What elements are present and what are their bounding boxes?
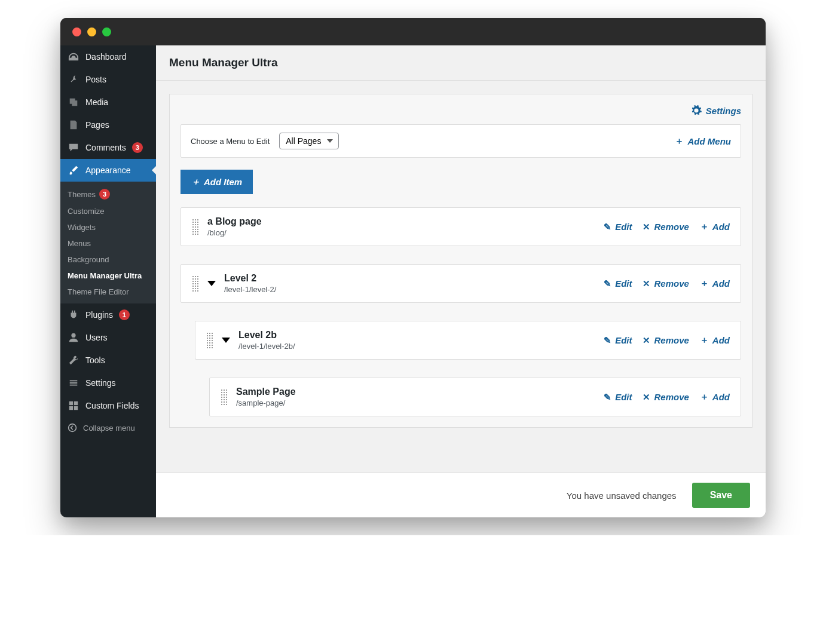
pages-icon	[68, 119, 79, 131]
add-button[interactable]: ＋Add	[700, 391, 730, 403]
wrench-icon	[68, 354, 79, 366]
action-label: Remove	[654, 392, 689, 402]
window-titlebar	[60, 18, 766, 45]
maximize-dot[interactable]	[102, 27, 111, 36]
close-dot[interactable]	[72, 27, 81, 36]
collapse-menu[interactable]: Collapse menu	[60, 417, 156, 438]
sidebar-item-settings[interactable]: Settings	[60, 372, 156, 394]
submenu-theme-file-editor[interactable]: Theme File Editor	[60, 284, 156, 300]
submenu-label: Widgets	[68, 223, 96, 232]
add-button[interactable]: ＋Add	[700, 335, 730, 346]
menu-item-title: Sample Page	[236, 387, 595, 397]
remove-button[interactable]: ✕Remove	[643, 221, 689, 232]
drag-handle-icon[interactable]	[221, 389, 228, 406]
menu-item-text: Level 2/level-1/level-2/	[224, 273, 595, 294]
remove-button[interactable]: ✕Remove	[643, 391, 689, 403]
action-label: Add	[712, 278, 730, 289]
sidebar-item-posts[interactable]: Posts	[60, 68, 156, 91]
add-button[interactable]: ＋Add	[700, 221, 730, 232]
remove-button[interactable]: ✕Remove	[643, 335, 689, 346]
submenu-customize[interactable]: Customize	[60, 203, 156, 219]
menu-item-title: Level 2	[224, 273, 595, 284]
svg-rect-4	[74, 406, 78, 410]
submenu-label: Menu Manager Ultra	[68, 271, 142, 280]
expand-arrow-icon[interactable]	[207, 281, 216, 286]
themes-badge: 3	[99, 189, 110, 200]
plus-icon: ＋	[700, 335, 709, 346]
sidebar-item-pages[interactable]: Pages	[60, 114, 156, 136]
sidebar-item-comments[interactable]: Comments 3	[60, 136, 156, 159]
sidebar-item-label: Appearance	[85, 165, 131, 175]
plus-icon: ＋	[700, 221, 709, 232]
edit-button[interactable]: ✎Edit	[604, 278, 632, 289]
sidebar-item-appearance[interactable]: Appearance	[60, 159, 156, 182]
action-label: Edit	[615, 335, 632, 345]
save-bar: You have unsaved changes Save	[156, 473, 766, 517]
add-menu-button[interactable]: ＋ Add Menu	[675, 136, 732, 147]
sidebar-item-label: Custom Fields	[85, 401, 139, 410]
settings-button[interactable]: Settings	[691, 105, 741, 116]
close-icon: ✕	[643, 392, 650, 403]
settings-row: Settings	[181, 105, 741, 124]
menu-item-card: Level 2b/level-1/level-2b/✎Edit✕Remove＋A…	[195, 321, 741, 360]
main-content: Menu Manager Ultra Settings Choose	[156, 45, 766, 517]
edit-button[interactable]: ✎Edit	[604, 391, 632, 403]
add-button[interactable]: ＋Add	[700, 278, 730, 289]
submenu-label: Menus	[68, 239, 91, 248]
svg-rect-2	[74, 401, 78, 405]
gear-icon	[691, 105, 702, 116]
menu-item-card: Level 2/level-1/level-2/✎Edit✕Remove＋Add	[181, 264, 741, 303]
sidebar-item-label: Posts	[85, 75, 106, 84]
submenu-background[interactable]: Background	[60, 252, 156, 268]
expand-arrow-icon[interactable]	[222, 338, 230, 343]
sidebar-item-media[interactable]: Media	[60, 91, 156, 114]
submenu-menus[interactable]: Menus	[60, 235, 156, 252]
menu-item-text: Sample Page/sample-page/	[236, 387, 595, 407]
sidebar-item-label: Comments	[85, 143, 126, 152]
drag-handle-icon[interactable]	[192, 219, 199, 235]
pencil-icon: ✎	[604, 278, 611, 289]
submenu-label: Theme File Editor	[68, 287, 129, 296]
menu-item-url: /sample-page/	[236, 398, 595, 407]
action-label: Add	[712, 335, 730, 345]
menu-item-url: /level-1/level-2/	[224, 285, 595, 294]
submenu-widgets[interactable]: Widgets	[60, 219, 156, 235]
menu-panel: Settings Choose a Menu to Edit All Pages…	[169, 94, 752, 428]
app-body: Dashboard Posts Media Pages	[60, 45, 766, 517]
submenu-menu-manager-ultra[interactable]: Menu Manager Ultra	[60, 268, 156, 284]
sidebar-item-plugins[interactable]: Plugins 1	[60, 303, 156, 326]
comment-icon	[68, 142, 79, 154]
sidebar-item-label: Users	[85, 333, 108, 342]
svg-rect-3	[69, 406, 73, 410]
pencil-icon: ✎	[604, 392, 611, 403]
save-button[interactable]: Save	[692, 483, 750, 508]
collapse-label: Collapse menu	[83, 424, 135, 433]
minimize-dot[interactable]	[87, 27, 96, 36]
plugins-badge: 1	[119, 309, 130, 320]
drag-handle-icon[interactable]	[192, 275, 199, 292]
menu-item-text: a Blog page/blog/	[207, 216, 595, 237]
drag-handle-icon[interactable]	[206, 332, 213, 349]
sliders-icon	[68, 377, 79, 389]
menu-select-bar: Choose a Menu to Edit All Pages ＋ Add Me…	[181, 124, 741, 158]
collapse-icon	[68, 423, 77, 433]
media-icon	[68, 96, 79, 108]
menu-dropdown[interactable]: All Pages	[279, 133, 339, 149]
action-label: Remove	[654, 278, 689, 289]
sidebar-item-users[interactable]: Users	[60, 326, 156, 349]
edit-button[interactable]: ✎Edit	[604, 335, 632, 346]
sidebar-item-tools[interactable]: Tools	[60, 349, 156, 372]
edit-button[interactable]: ✎Edit	[604, 221, 632, 232]
close-icon: ✕	[643, 278, 650, 289]
sidebar-item-custom-fields[interactable]: Custom Fields	[60, 394, 156, 417]
sidebar-item-label: Dashboard	[85, 52, 127, 62]
submenu-themes[interactable]: Themes 3	[60, 185, 156, 203]
sidebar-item-dashboard[interactable]: Dashboard	[60, 45, 156, 68]
plus-icon: ＋	[191, 176, 200, 188]
remove-button[interactable]: ✕Remove	[643, 278, 689, 289]
add-item-button[interactable]: ＋ Add Item	[181, 170, 253, 194]
action-label: Remove	[654, 222, 689, 232]
brush-icon	[68, 164, 79, 176]
action-label: Edit	[615, 278, 632, 289]
menu-item-actions: ✎Edit✕Remove＋Add	[604, 391, 730, 403]
